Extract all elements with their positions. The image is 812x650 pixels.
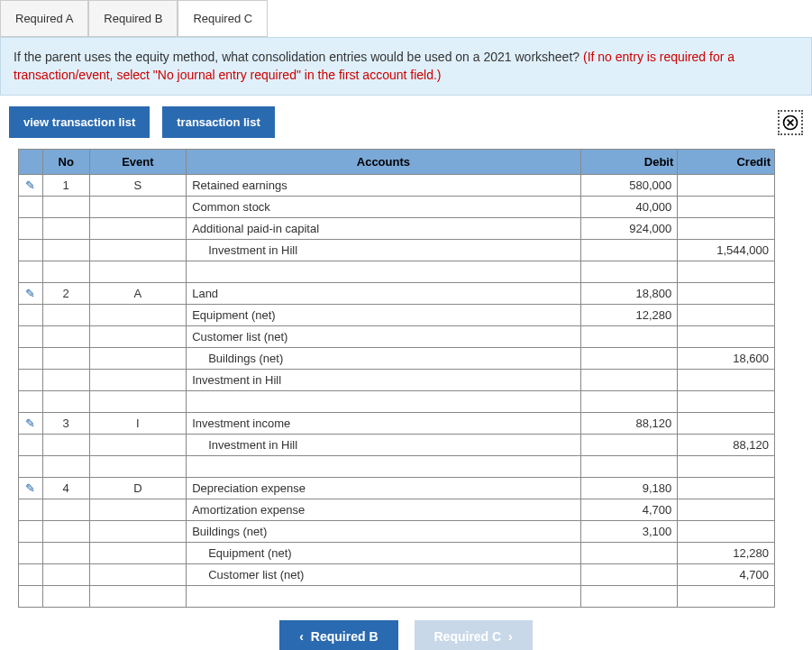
edit-cell xyxy=(19,326,43,348)
pencil-icon[interactable]: ✎ xyxy=(25,179,35,192)
debit-cell: 12,280 xyxy=(580,305,678,326)
debit-cell: 40,000 xyxy=(580,197,678,218)
edit-cell xyxy=(19,435,43,456)
event-cell xyxy=(89,305,187,326)
credit-cell xyxy=(678,413,775,435)
event-cell: S xyxy=(89,175,187,197)
debit-cell xyxy=(580,456,678,478)
debit-cell xyxy=(580,564,678,586)
close-button[interactable] xyxy=(778,110,803,135)
account-cell xyxy=(187,456,580,478)
transaction-list-button[interactable]: transaction list xyxy=(162,106,274,138)
table-row: Investment in Hill xyxy=(19,370,775,391)
instruction-text: If the parent uses the equity method, wh… xyxy=(14,50,583,64)
event-cell xyxy=(89,391,187,413)
table-row: Equipment (net)12,280 xyxy=(19,543,775,564)
table-row: Common stock40,000 xyxy=(19,197,775,218)
no-cell xyxy=(42,586,89,608)
event-cell xyxy=(89,586,187,608)
edit-cell[interactable]: ✎ xyxy=(19,175,43,197)
event-cell xyxy=(89,348,187,370)
edit-cell xyxy=(19,305,43,326)
account-cell xyxy=(187,391,580,413)
no-cell xyxy=(42,348,89,370)
debit-cell xyxy=(580,543,678,564)
prev-button[interactable]: ‹ Required B xyxy=(279,620,397,650)
header-accounts: Accounts xyxy=(187,150,580,175)
table-row: Additional paid-in capital924,000 xyxy=(19,218,775,240)
event-cell: I xyxy=(89,413,187,435)
no-cell xyxy=(42,370,89,391)
next-button[interactable]: Required C › xyxy=(415,620,533,650)
table-row: ✎4DDepreciation expense9,180 xyxy=(19,478,775,499)
account-cell: Buildings (net) xyxy=(187,521,580,543)
table-row: ✎1SRetained earnings580,000 xyxy=(19,175,775,197)
table-row xyxy=(19,261,775,283)
no-cell xyxy=(42,521,89,543)
debit-cell: 3,100 xyxy=(580,521,678,543)
table-row: Investment in Hill88,120 xyxy=(19,435,775,456)
event-cell: D xyxy=(89,478,187,499)
edit-cell xyxy=(19,261,43,283)
account-cell: Investment income xyxy=(187,413,580,435)
table-row: ✎3IInvestment income88,120 xyxy=(19,413,775,435)
debit-cell xyxy=(580,348,678,370)
event-cell xyxy=(89,240,187,261)
debit-cell: 580,000 xyxy=(580,175,678,197)
credit-cell xyxy=(678,218,775,240)
credit-cell xyxy=(678,370,775,391)
table-row: Customer list (net) xyxy=(19,326,775,348)
credit-cell: 4,700 xyxy=(678,564,775,586)
tab-required-b[interactable]: Required B xyxy=(88,0,178,37)
pencil-icon[interactable]: ✎ xyxy=(25,287,35,300)
edit-cell[interactable]: ✎ xyxy=(19,413,43,435)
pencil-icon[interactable]: ✎ xyxy=(25,417,35,430)
debit-cell xyxy=(580,435,678,456)
tab-required-a[interactable]: Required A xyxy=(0,0,88,37)
table-row: ✎2ALand18,800 xyxy=(19,283,775,305)
table-row: Amortization expense4,700 xyxy=(19,499,775,521)
debit-cell xyxy=(580,261,678,283)
journal-entries-table: No Event Accounts Debit Credit ✎1SRetain… xyxy=(18,149,775,608)
account-cell: Investment in Hill xyxy=(187,370,580,391)
event-cell xyxy=(89,370,187,391)
view-transaction-list-button[interactable]: view transaction list xyxy=(9,106,150,138)
debit-cell xyxy=(580,586,678,608)
nav-row: ‹ Required B Required C › xyxy=(0,608,812,650)
header-debit: Debit xyxy=(580,150,678,175)
account-cell: Equipment (net) xyxy=(187,543,580,564)
debit-cell: 9,180 xyxy=(580,478,678,499)
edit-cell xyxy=(19,391,43,413)
table-row xyxy=(19,391,775,413)
edit-cell xyxy=(19,370,43,391)
tab-bar: Required A Required B Required C xyxy=(0,0,812,37)
edit-cell[interactable]: ✎ xyxy=(19,283,43,305)
account-cell xyxy=(187,261,580,283)
event-cell xyxy=(89,521,187,543)
credit-cell xyxy=(678,197,775,218)
no-cell xyxy=(42,456,89,478)
prev-label: Required B xyxy=(311,629,379,644)
edit-cell[interactable]: ✎ xyxy=(19,478,43,499)
chevron-right-icon: › xyxy=(508,629,513,644)
tab-required-c[interactable]: Required C xyxy=(178,0,268,37)
pencil-icon[interactable]: ✎ xyxy=(25,481,35,495)
debit-cell xyxy=(580,326,678,348)
no-cell xyxy=(42,261,89,283)
edit-cell xyxy=(19,218,43,240)
credit-cell xyxy=(678,283,775,305)
event-cell xyxy=(89,326,187,348)
account-cell: Amortization expense xyxy=(187,499,580,521)
account-cell: Investment in Hill xyxy=(187,435,580,456)
credit-cell xyxy=(678,305,775,326)
account-cell: Depreciation expense xyxy=(187,478,580,499)
no-cell xyxy=(42,218,89,240)
edit-cell xyxy=(19,521,43,543)
account-cell: Retained earnings xyxy=(187,175,580,197)
no-cell: 1 xyxy=(42,175,89,197)
table-row: Customer list (net)4,700 xyxy=(19,564,775,586)
account-cell: Land xyxy=(187,283,580,305)
edit-cell xyxy=(19,564,43,586)
account-cell: Common stock xyxy=(187,197,580,218)
table-row: Buildings (net)18,600 xyxy=(19,348,775,370)
